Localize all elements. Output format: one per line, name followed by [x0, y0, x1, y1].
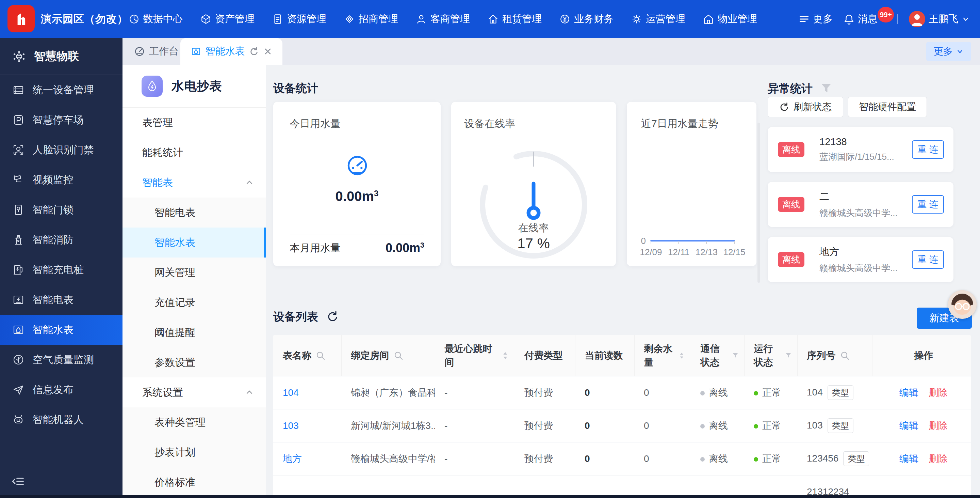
submenu-item-表管理[interactable]: 表管理: [123, 108, 266, 137]
panel-scrollbar[interactable]: [757, 123, 760, 283]
sidebar-item-robot[interactable]: 智能机器人: [0, 405, 123, 435]
nav-item-finance[interactable]: 业务财务: [559, 12, 614, 26]
cell-actions: 编辑删除: [872, 376, 971, 409]
sidebar-item-emeter[interactable]: 智能电表: [0, 285, 123, 315]
chevron-down-icon: [956, 48, 964, 55]
sidebar-item-face[interactable]: 人脸识别门禁: [0, 135, 123, 165]
submenu-item-参数设置[interactable]: 参数设置: [123, 348, 266, 377]
reconnect-button[interactable]: 重 连: [912, 251, 944, 269]
submenu-item-抄表计划[interactable]: 抄表计划: [123, 437, 266, 467]
device-table: 表名称绑定房间最近心跳时间付费类型当前读数剩余水量通信状态运行状态序列号操作 1…: [273, 335, 971, 498]
nav-item-merchant[interactable]: 客商管理: [416, 12, 470, 26]
more-menu-button[interactable]: 更多: [799, 12, 833, 26]
sidebar-item-devices[interactable]: 统一设备管理: [0, 75, 123, 105]
cell-meter-name[interactable]: 104: [273, 376, 341, 409]
cell-meter-name[interactable]: 103: [273, 409, 341, 442]
today-usage-card: 今日用水量 0.00m3 本月用水量 0.00m3: [273, 102, 441, 266]
filter-icon[interactable]: [785, 351, 792, 361]
submenu-item-能耗统计[interactable]: 能耗统计: [123, 137, 266, 168]
sidebar-item-doorlock[interactable]: 智能门锁: [0, 195, 123, 225]
search-icon[interactable]: [315, 351, 326, 361]
submenu-item-价格标准[interactable]: 价格标准: [123, 467, 266, 495]
nav-item-property[interactable]: 物业管理: [703, 12, 757, 26]
sidebar-item-camera[interactable]: 视频监控: [0, 165, 123, 195]
submenu-item-系统设置[interactable]: 系统设置: [123, 377, 266, 407]
tab-smart-water-meter[interactable]: 智能水表: [180, 38, 282, 65]
tab-workbench[interactable]: 工作台: [134, 38, 179, 65]
search-icon[interactable]: [393, 351, 404, 361]
cell-heartbeat: -: [435, 376, 515, 409]
collapse-sidebar-icon[interactable]: [11, 474, 25, 488]
sort-icon[interactable]: [678, 351, 685, 361]
today-usage-title: 今日用水量: [290, 117, 340, 131]
hardware-config-button[interactable]: 智能硬件配置: [848, 97, 927, 117]
tabs-more-button[interactable]: 更多: [926, 42, 971, 61]
abnormal-heading: 异常统计: [768, 81, 832, 96]
app-logo[interactable]: [8, 5, 35, 32]
cell-run-status: 正常: [744, 409, 797, 442]
cell-meter-name[interactable]: 地方: [273, 442, 341, 475]
nav-item-resource[interactable]: 资源管理: [272, 12, 326, 26]
sort-icon[interactable]: [501, 351, 509, 361]
submenu-item-智能水表[interactable]: 智能水表: [123, 228, 266, 257]
sidebar-item-charger[interactable]: 智能充电桩: [0, 255, 123, 285]
delete-link[interactable]: 删除: [929, 420, 948, 431]
sidebar-item-air[interactable]: 空气质量监测: [0, 345, 123, 375]
edit-link[interactable]: 编辑: [899, 420, 918, 431]
dashboard-icon: [134, 46, 145, 57]
user-menu[interactable]: 王鹏飞: [909, 11, 970, 27]
submenu-item-阈值提醒[interactable]: 阈值提醒: [123, 318, 266, 348]
x-axis-label: 12/09: [640, 247, 662, 257]
nav-item-operation[interactable]: 运营管理: [631, 12, 685, 26]
sidebar-item-wmeter[interactable]: 智能水表: [0, 315, 123, 345]
submenu-panel: 水电抄表 表管理能耗统计智能表智能电表智能水表网关管理充值记录阈值提醒参数设置系…: [123, 65, 266, 495]
type-tag[interactable]: 类型: [827, 385, 853, 400]
cell-serial: 104类型: [797, 376, 872, 409]
edit-link[interactable]: 编辑: [899, 453, 918, 464]
type-tag[interactable]: 类型: [827, 418, 853, 433]
cell-actions: 编辑删除: [872, 442, 971, 475]
sidebar-item-hydrant[interactable]: 智能消防: [0, 225, 123, 255]
edit-link[interactable]: 编辑: [899, 387, 918, 398]
sidebar-item-parking[interactable]: 智慧停车场: [0, 105, 123, 135]
messages-button[interactable]: 消息 99+: [843, 12, 878, 26]
cell-meter-name[interactable]: [273, 475, 341, 498]
column-header-绑定房间: 绑定房间: [341, 335, 435, 376]
nav-item-invest[interactable]: 招商管理: [344, 12, 398, 26]
cell-heartbeat: [435, 475, 515, 498]
cell-pay-type: [515, 475, 575, 498]
submenu-item-网关管理[interactable]: 网关管理: [123, 257, 266, 287]
delete-link[interactable]: 删除: [929, 387, 948, 398]
filter-icon[interactable]: [732, 351, 739, 361]
offline-dot: [700, 391, 705, 396]
nav-item-lease[interactable]: 租赁管理: [488, 12, 542, 26]
nav-item-data-center[interactable]: 数据中心: [129, 12, 183, 26]
tab-label: 智能水表: [205, 45, 245, 58]
refresh-status-button[interactable]: 刷新状态: [768, 97, 843, 117]
submenu-item-智能表[interactable]: 智能表: [123, 168, 266, 198]
cell-pay-type: 预付费: [515, 409, 575, 442]
submenu-item-充值记录[interactable]: 充值记录: [123, 287, 266, 318]
filter-icon[interactable]: [821, 83, 832, 94]
tab-refresh-icon[interactable]: [250, 47, 259, 56]
abnormal-device-item: 离线12138蓝湖国际/1/15/15...重 连: [768, 127, 953, 172]
submenu-item-智能电表[interactable]: 智能电表: [123, 198, 266, 228]
delete-link[interactable]: 删除: [929, 453, 948, 464]
reconnect-button[interactable]: 重 连: [912, 140, 944, 159]
submenu-item-表种类管理[interactable]: 表种类管理: [123, 407, 266, 437]
sidebar-item-send[interactable]: 信息发布: [0, 375, 123, 405]
reload-list-icon[interactable]: [327, 310, 339, 322]
type-tag[interactable]: 类型: [843, 451, 869, 466]
reconnect-button[interactable]: 重 连: [912, 195, 944, 214]
park-name[interactable]: 演示园区（勿改）: [41, 0, 128, 38]
tab-close-icon[interactable]: [263, 47, 272, 56]
chevron-up-icon: [245, 179, 253, 187]
search-icon[interactable]: [840, 351, 850, 361]
offline-badge: 离线: [778, 252, 804, 267]
assistant-avatar[interactable]: [948, 290, 977, 319]
bottom-edge: [0, 495, 980, 498]
column-header-表名称: 表名称: [273, 335, 341, 376]
iot-icon: [12, 50, 26, 63]
offline-dot: [700, 457, 705, 461]
nav-item-asset[interactable]: 资产管理: [200, 12, 255, 26]
